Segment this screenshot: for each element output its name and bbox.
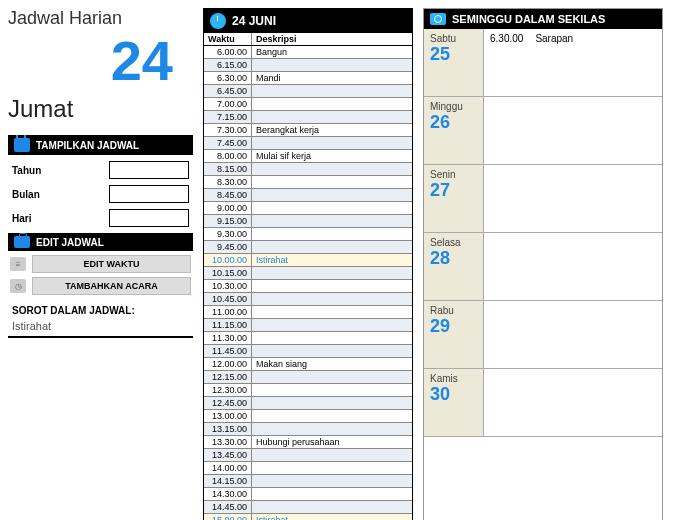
schedule-row[interactable]: 6.30.00Mandi	[204, 72, 412, 85]
schedule-row[interactable]: 15.00.00Istirahat	[204, 514, 412, 520]
schedule-row[interactable]: 10.00.00Istirahat	[204, 254, 412, 267]
schedule-row[interactable]: 8.15.00	[204, 163, 412, 176]
schedule-row[interactable]: 14.45.00	[204, 501, 412, 514]
schedule-time: 10.00.00	[204, 254, 252, 266]
schedule-row[interactable]: 11.45.00	[204, 345, 412, 358]
week-day[interactable]: Selasa28	[424, 233, 662, 301]
schedule-desc	[252, 332, 412, 344]
week-day-num: 29	[430, 316, 477, 337]
week-day-name: Sabtu	[430, 33, 477, 44]
week-day-content	[484, 233, 662, 300]
week-day[interactable]: Rabu29	[424, 301, 662, 369]
schedule-time: 12.30.00	[204, 384, 252, 396]
schedule-row[interactable]: 12.45.00	[204, 397, 412, 410]
week-day[interactable]: Minggu26	[424, 97, 662, 165]
schedule-desc	[252, 189, 412, 201]
schedule-row[interactable]: 10.30.00	[204, 280, 412, 293]
schedule-row[interactable]: 7.45.00	[204, 137, 412, 150]
week-day-num: 28	[430, 248, 477, 269]
schedule-time: 10.45.00	[204, 293, 252, 305]
schedule-time: 7.45.00	[204, 137, 252, 149]
col-waktu: Waktu	[204, 33, 252, 45]
schedule-desc	[252, 267, 412, 279]
tampilkan-header: TAMPILKAN JADWAL	[8, 135, 193, 155]
week-day-content	[484, 369, 662, 436]
schedule-desc	[252, 59, 412, 71]
schedule-row[interactable]: 9.30.00	[204, 228, 412, 241]
camera-icon	[430, 13, 446, 25]
schedule-row[interactable]: 13.00.00	[204, 410, 412, 423]
week-header: SEMINGGU DALAM SEKILAS	[424, 9, 662, 29]
schedule-time: 11.15.00	[204, 319, 252, 331]
schedule-row[interactable]: 9.15.00	[204, 215, 412, 228]
schedule-time: 13.15.00	[204, 423, 252, 435]
schedule-row[interactable]: 10.45.00	[204, 293, 412, 306]
schedule-time: 11.00.00	[204, 306, 252, 318]
week-day[interactable]: Kamis30	[424, 369, 662, 437]
week-day-name: Kamis	[430, 373, 477, 384]
schedule-desc: Mulai sif kerja	[252, 150, 412, 162]
clock-icon	[210, 13, 226, 29]
week-day[interactable]: Senin27	[424, 165, 662, 233]
tambahkan-acara-button[interactable]: TAMBAHKAN ACARA	[32, 277, 191, 295]
hari-label: Hari	[12, 213, 31, 224]
schedule-row[interactable]: 8.45.00	[204, 189, 412, 202]
week-event-desc: Sarapan	[535, 33, 573, 92]
schedule-desc	[252, 215, 412, 227]
schedule-row[interactable]: 6.15.00	[204, 59, 412, 72]
week-day-label: Sabtu25	[424, 29, 484, 96]
schedule-row[interactable]: 6.45.00	[204, 85, 412, 98]
schedule-time: 12.45.00	[204, 397, 252, 409]
schedule-row[interactable]: 12.00.00Makan siang	[204, 358, 412, 371]
schedule-row[interactable]: 9.00.00	[204, 202, 412, 215]
schedule-row[interactable]: 14.30.00	[204, 488, 412, 501]
week-event-time: 6.30.00	[490, 33, 523, 92]
schedule-desc	[252, 371, 412, 383]
bulan-input[interactable]	[109, 185, 189, 203]
list-icon: ≡	[10, 257, 26, 271]
schedule-desc	[252, 475, 412, 487]
schedule-date: 24 JUNI	[232, 14, 276, 28]
schedule-time: 15.00.00	[204, 514, 252, 520]
week-day-name: Senin	[430, 169, 477, 180]
hari-input[interactable]	[109, 209, 189, 227]
tampilkan-label: TAMPILKAN JADWAL	[36, 140, 139, 151]
schedule-row[interactable]: 7.15.00	[204, 111, 412, 124]
schedule-time: 9.00.00	[204, 202, 252, 214]
schedule-time: 8.00.00	[204, 150, 252, 162]
week-day[interactable]: Sabtu256.30.00Sarapan	[424, 29, 662, 97]
schedule-row[interactable]: 13.30.00Hubungi perusahaan	[204, 436, 412, 449]
schedule-row[interactable]: 12.15.00	[204, 371, 412, 384]
schedule-row[interactable]: 14.00.00	[204, 462, 412, 475]
schedule-row[interactable]: 14.15.00	[204, 475, 412, 488]
schedule-desc	[252, 397, 412, 409]
schedule-row[interactable]: 11.15.00	[204, 319, 412, 332]
schedule-desc	[252, 488, 412, 500]
schedule-time: 14.00.00	[204, 462, 252, 474]
schedule-row[interactable]: 13.15.00	[204, 423, 412, 436]
schedule-panel: 24 JUNI Waktu Deskripsi 6.00.00Bangun6.1…	[203, 8, 413, 520]
schedule-row[interactable]: 10.15.00	[204, 267, 412, 280]
week-title: SEMINGGU DALAM SEKILAS	[452, 13, 605, 25]
schedule-time: 6.00.00	[204, 46, 252, 58]
schedule-row[interactable]: 8.00.00Mulai sif kerja	[204, 150, 412, 163]
schedule-row[interactable]: 11.00.00	[204, 306, 412, 319]
schedule-row[interactable]: 11.30.00	[204, 332, 412, 345]
schedule-desc	[252, 176, 412, 188]
schedule-row[interactable]: 7.30.00Berangkat kerja	[204, 124, 412, 137]
schedule-row[interactable]: 6.00.00Bangun	[204, 46, 412, 59]
week-day-content: 6.30.00Sarapan	[484, 29, 662, 96]
schedule-row[interactable]: 9.45.00	[204, 241, 412, 254]
schedule-time: 14.45.00	[204, 501, 252, 513]
schedule-row[interactable]: 13.45.00	[204, 449, 412, 462]
week-day-num: 26	[430, 112, 477, 133]
tahun-input[interactable]	[109, 161, 189, 179]
schedule-desc	[252, 319, 412, 331]
schedule-row[interactable]: 12.30.00	[204, 384, 412, 397]
schedule-row[interactable]: 8.30.00	[204, 176, 412, 189]
schedule-row[interactable]: 7.00.00	[204, 98, 412, 111]
week-day-content	[484, 97, 662, 164]
week-day-name: Minggu	[430, 101, 477, 112]
edit-waktu-button[interactable]: EDIT WAKTU	[32, 255, 191, 273]
week-panel: SEMINGGU DALAM SEKILAS Sabtu256.30.00Sar…	[423, 8, 663, 520]
